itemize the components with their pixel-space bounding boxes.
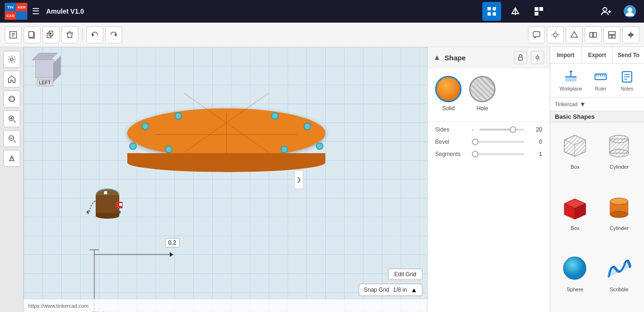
app-title: Amulet V1.0 [46,8,84,15]
redo-button[interactable] [105,26,122,43]
orientation-label: LEFT [37,79,53,86]
mirror-button[interactable] [622,26,639,43]
collapse-panel-button[interactable]: ▲ [433,53,441,62]
import-button[interactable]: Import [550,47,582,63]
sides-property: Sides - 20 [428,123,550,136]
topbar-blocks-button[interactable] [529,2,548,21]
workplane-tool[interactable]: Workplane [558,67,584,93]
svg-point-95 [563,257,586,279]
delete-button[interactable] [61,26,78,43]
notes-tool[interactable]: Notes [618,67,636,93]
topbar-build-button[interactable] [506,2,525,21]
svg-point-12 [627,8,632,12]
solid-option[interactable]: Solid [435,76,462,112]
scribble-image [603,252,636,285]
svg-rect-18 [29,32,33,37]
shape-button[interactable] [566,26,583,43]
toolbar-separator-1 [82,28,83,41]
cylinder-solid-image [603,190,636,223]
svg-point-42 [10,58,13,61]
svg-marker-67 [569,70,573,72]
segments-slider[interactable] [472,153,524,155]
shape-item-cylinder-outline[interactable]: Cylinder [599,127,640,185]
shape-item-box-solid[interactable]: Box [555,189,595,246]
topbar-profile-button[interactable] [620,2,639,21]
segments-value: 1 [528,151,542,157]
segments-label: Segments [435,151,468,157]
snap-grid-expand-button[interactable]: ▲ [411,286,417,294]
tinkercad-label: Tinkercad [555,101,578,107]
sides-thumb[interactable] [510,126,516,133]
svg-rect-5 [535,7,538,11]
segments-thumb[interactable] [472,151,479,157]
box-solid-image [559,190,592,223]
logo-cell-3: CAD [5,11,16,20]
light-button[interactable] [547,26,564,43]
nav-settings-button[interactable] [3,51,20,68]
cube-right-face [53,56,61,82]
expand-panel-button[interactable]: ❯ [294,170,304,189]
hole-option[interactable]: Hole [469,76,495,112]
bevel-property: Bevel 0 [428,136,550,148]
svg-marker-26 [114,33,116,37]
export-button[interactable]: Export [582,47,613,63]
topbar-add-user-button[interactable] [597,2,616,21]
nav-zoom-out-button[interactable] [3,130,20,147]
duplicate-button[interactable] [42,26,59,43]
nav-home-button[interactable] [3,71,20,88]
svg-point-44 [9,98,15,100]
logo-cell-4 [16,11,27,20]
cylinder-outline-name: Cylinder [610,164,628,170]
undo-button[interactable] [86,26,103,43]
svg-rect-6 [539,7,543,11]
svg-point-52 [11,157,13,159]
lock-button[interactable] [514,51,527,64]
svg-rect-27 [533,32,540,37]
divider-1 [428,121,550,122]
svg-point-86 [610,149,628,157]
logo-cell-2: KER [16,3,27,11]
box-solid-name: Box [570,225,579,231]
orange-disc-object[interactable] [127,108,325,174]
layout-button[interactable] [603,26,620,43]
main-area: LEFT [0,47,644,312]
topbar-grid-button[interactable] [482,2,501,21]
shape-item-scribble[interactable]: Scribble [599,250,640,307]
svg-rect-2 [487,12,491,16]
ruler-tool[interactable]: Ruler [591,67,610,93]
sides-minus-icon: - [472,126,474,133]
shape-item-sphere[interactable]: Sphere [555,250,595,307]
orientation-cube[interactable]: LEFT [28,52,61,90]
sides-label: Sides [435,126,468,133]
new-button[interactable] [5,26,22,43]
menu-icon[interactable]: ☰ [32,6,40,16]
svg-marker-25 [92,33,94,37]
bevel-slider[interactable] [472,141,524,143]
duplicate2-button[interactable] [585,26,602,43]
svg-rect-3 [493,12,496,16]
3d-viewport[interactable]: LEFT [24,47,427,312]
box-outline-name: Box [570,164,579,170]
sides-slider[interactable] [479,129,524,131]
bevel-thumb[interactable] [472,139,479,145]
bolt-2 [271,112,279,120]
shape-item-box-outline[interactable]: Box [555,127,595,185]
svg-point-28 [553,33,557,37]
send-to-button[interactable]: Send To [613,47,644,63]
logo-cell-1: TIN [5,3,16,11]
comment-button[interactable] [528,26,545,43]
shapes-dropdown-button[interactable]: ▼ [579,100,586,108]
app-logo: TIN KER CAD [5,3,27,20]
nav-orbit-button[interactable] [3,90,20,107]
edit-grid-button[interactable]: Edit Grid [388,269,422,280]
nav-perspective-button[interactable] [3,150,20,167]
light-panel-button[interactable] [531,51,544,64]
shape-item-cylinder-solid[interactable]: Cylinder [599,189,640,246]
snap-grid-bar: Snap Grid 1/8 in ▲ [359,284,422,296]
measurement-label: 0.2 [165,238,180,247]
solid-circle [435,76,462,102]
nav-zoom-in-button[interactable] [3,110,20,127]
copy-button[interactable] [24,26,41,43]
bolt-1 [174,112,182,120]
svg-rect-36 [609,32,615,34]
